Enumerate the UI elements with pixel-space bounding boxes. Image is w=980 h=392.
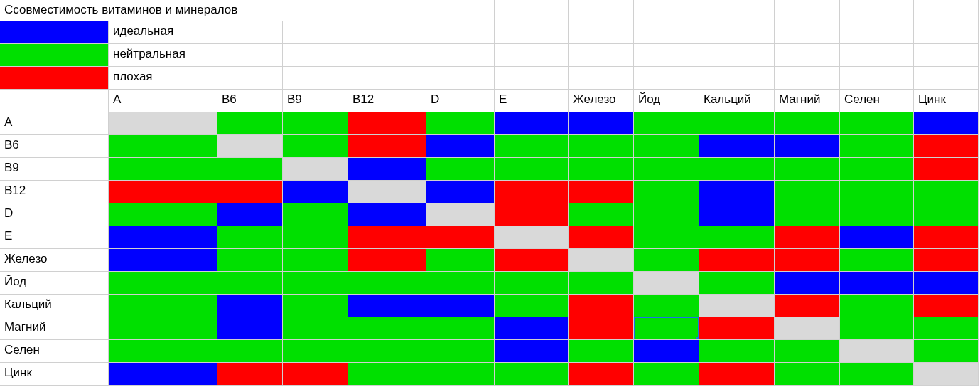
- data-cell[interactable]: [495, 295, 569, 317]
- data-cell[interactable]: [699, 158, 775, 181]
- blank-cell[interactable]: [283, 44, 348, 67]
- data-cell[interactable]: [109, 340, 217, 363]
- data-cell[interactable]: [495, 203, 569, 226]
- row-header-D[interactable]: D: [0, 203, 109, 226]
- data-cell[interactable]: [217, 249, 283, 272]
- data-cell[interactable]: [495, 272, 569, 295]
- data-cell[interactable]: [217, 203, 283, 226]
- blank-cell[interactable]: [699, 21, 775, 44]
- data-cell[interactable]: [634, 112, 699, 135]
- data-cell[interactable]: [914, 112, 979, 135]
- data-cell[interactable]: [283, 249, 348, 272]
- blank-cell[interactable]: [495, 67, 569, 90]
- data-cell[interactable]: [109, 181, 217, 203]
- blank-cell[interactable]: [775, 44, 840, 67]
- data-cell[interactable]: [283, 317, 348, 340]
- data-cell[interactable]: [217, 226, 283, 249]
- data-cell[interactable]: [840, 295, 914, 317]
- col-header-Селен[interactable]: Селен: [840, 90, 914, 112]
- blank-cell[interactable]: [348, 21, 426, 44]
- blank-cell[interactable]: [914, 21, 979, 44]
- row-header-Йод[interactable]: Йод: [0, 272, 109, 295]
- data-cell[interactable]: [217, 363, 283, 386]
- data-cell[interactable]: [699, 181, 775, 203]
- col-header-Кальций[interactable]: Кальций: [699, 90, 775, 112]
- blank-cell[interactable]: [699, 44, 775, 67]
- data-cell[interactable]: [699, 249, 775, 272]
- row-header-A[interactable]: A: [0, 112, 109, 135]
- blank-cell[interactable]: [840, 44, 914, 67]
- blank-cell[interactable]: [569, 44, 634, 67]
- data-cell[interactable]: [426, 158, 495, 181]
- data-cell[interactable]: [775, 295, 840, 317]
- row-header-Магний[interactable]: Магний: [0, 317, 109, 340]
- compatibility-sheet[interactable]: Ссовместимость витаминов и минераловидеа…: [0, 0, 980, 386]
- data-cell[interactable]: [348, 135, 426, 158]
- blank-cell[interactable]: [217, 67, 283, 90]
- col-header-A[interactable]: A: [109, 90, 217, 112]
- data-cell[interactable]: [914, 317, 979, 340]
- data-cell[interactable]: [569, 181, 634, 203]
- col-header-Железо[interactable]: Железо: [569, 90, 634, 112]
- data-cell[interactable]: [495, 135, 569, 158]
- blank-cell[interactable]: [495, 44, 569, 67]
- col-header-B6[interactable]: B6: [217, 90, 283, 112]
- blank-cell[interactable]: [426, 21, 495, 44]
- data-cell[interactable]: [348, 203, 426, 226]
- data-cell[interactable]: [840, 181, 914, 203]
- data-cell[interactable]: [699, 112, 775, 135]
- data-cell[interactable]: [699, 226, 775, 249]
- data-cell[interactable]: [495, 112, 569, 135]
- data-cell[interactable]: [699, 295, 775, 317]
- data-cell[interactable]: [217, 158, 283, 181]
- data-cell[interactable]: [109, 295, 217, 317]
- data-cell[interactable]: [699, 203, 775, 226]
- data-cell[interactable]: [283, 226, 348, 249]
- data-cell[interactable]: [914, 272, 979, 295]
- row-header-Кальций[interactable]: Кальций: [0, 295, 109, 317]
- blank-cell[interactable]: [283, 21, 348, 44]
- blank-cell[interactable]: [495, 21, 569, 44]
- data-cell[interactable]: [914, 340, 979, 363]
- data-cell[interactable]: [109, 112, 217, 135]
- data-cell[interactable]: [775, 249, 840, 272]
- data-cell[interactable]: [348, 158, 426, 181]
- data-cell[interactable]: [775, 135, 840, 158]
- data-cell[interactable]: [348, 363, 426, 386]
- data-cell[interactable]: [569, 249, 634, 272]
- data-cell[interactable]: [840, 249, 914, 272]
- blank-cell[interactable]: [914, 44, 979, 67]
- data-cell[interactable]: [914, 249, 979, 272]
- data-cell[interactable]: [914, 181, 979, 203]
- data-cell[interactable]: [634, 295, 699, 317]
- blank-cell[interactable]: [775, 21, 840, 44]
- data-cell[interactable]: [283, 340, 348, 363]
- blank-cell[interactable]: [426, 0, 495, 21]
- data-cell[interactable]: [775, 181, 840, 203]
- row-header-E[interactable]: E: [0, 226, 109, 249]
- blank-cell[interactable]: [914, 0, 979, 21]
- data-cell[interactable]: [569, 363, 634, 386]
- data-cell[interactable]: [914, 158, 979, 181]
- data-cell[interactable]: [634, 181, 699, 203]
- data-cell[interactable]: [495, 363, 569, 386]
- data-cell[interactable]: [699, 135, 775, 158]
- data-cell[interactable]: [348, 112, 426, 135]
- data-cell[interactable]: [840, 363, 914, 386]
- data-cell[interactable]: [634, 249, 699, 272]
- row-header-Цинк[interactable]: Цинк: [0, 363, 109, 386]
- data-cell[interactable]: [840, 158, 914, 181]
- data-cell[interactable]: [634, 340, 699, 363]
- data-cell[interactable]: [495, 340, 569, 363]
- data-cell[interactable]: [569, 158, 634, 181]
- data-cell[interactable]: [569, 272, 634, 295]
- data-cell[interactable]: [217, 295, 283, 317]
- data-cell[interactable]: [634, 226, 699, 249]
- data-cell[interactable]: [426, 340, 495, 363]
- col-header-Магний[interactable]: Магний: [775, 90, 840, 112]
- data-cell[interactable]: [775, 363, 840, 386]
- row-header-Железо[interactable]: Железо: [0, 249, 109, 272]
- blank-cell[interactable]: [426, 44, 495, 67]
- data-cell[interactable]: [495, 226, 569, 249]
- row-header-Селен[interactable]: Селен: [0, 340, 109, 363]
